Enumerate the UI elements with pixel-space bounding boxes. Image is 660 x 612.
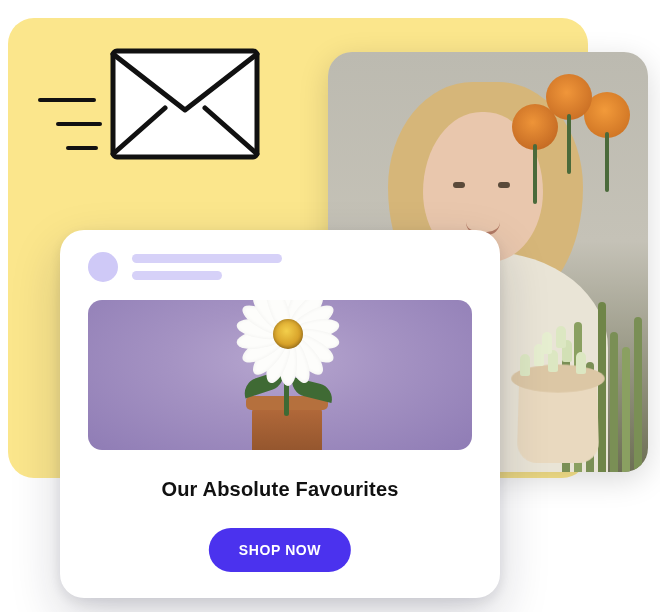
text-placeholder-icon (132, 254, 282, 280)
envelope-icon (110, 48, 260, 160)
svg-rect-0 (113, 51, 257, 157)
email-preview-card: Our Absolute Favourites SHOP NOW (60, 230, 500, 598)
hero-image (88, 300, 472, 450)
email-card-title: Our Absolute Favourites (60, 478, 500, 501)
shop-now-button[interactable]: SHOP NOW (209, 528, 351, 572)
speed-lines-icon (38, 90, 108, 170)
promo-composite: Our Absolute Favourites SHOP NOW (0, 0, 660, 612)
post-header-placeholder (88, 252, 282, 282)
avatar-placeholder-icon (88, 252, 118, 282)
